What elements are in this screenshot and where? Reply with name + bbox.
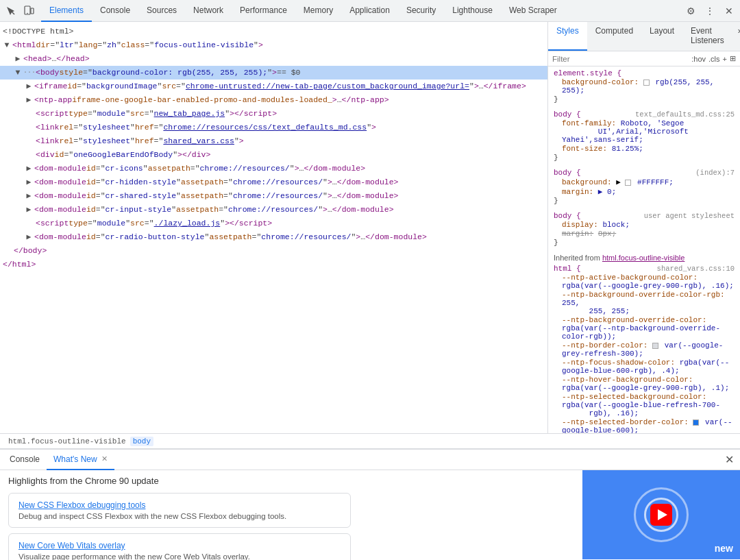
computed-tab[interactable]: Computed bbox=[587, 22, 641, 51]
styles-tabs-bar: Styles Computed Layout Event Listeners » bbox=[548, 22, 740, 51]
dom-module-cr-input-line[interactable]: ▶ <dom-module id="cr-input-style" assetp… bbox=[0, 203, 547, 217]
ntp-toggle[interactable]: ▶ bbox=[25, 96, 33, 104]
device-toggle-button[interactable] bbox=[21, 3, 37, 19]
tab-application[interactable]: Application bbox=[341, 0, 398, 22]
whats-new-panel: Highlights from the Chrome 90 update New… bbox=[0, 470, 582, 560]
video-circle-inner bbox=[644, 498, 678, 532]
ntp-hover-bg-prop: --ntp-hover-background-color: rgba(var(-… bbox=[554, 376, 735, 392]
font-size-prop: font-size: 81.25%; bbox=[554, 145, 735, 153]
filter-layout-badge[interactable]: ⊞ bbox=[730, 54, 736, 63]
filter-hov-badge[interactable]: :hov bbox=[691, 55, 706, 63]
filter-add-badge[interactable]: + bbox=[723, 55, 727, 63]
close-devtools-button[interactable]: ✕ bbox=[721, 3, 737, 19]
dom-module-cr-icons-line[interactable]: ▶ <dom-module id="cr-icons" assetpath="c… bbox=[0, 162, 547, 175]
link-href-shared-vars[interactable]: shared_vars.css bbox=[163, 136, 234, 145]
breadcrumb-bar: html.focus-outline-visible body bbox=[0, 433, 740, 448]
more-tools-button[interactable]: ⋮ bbox=[702, 3, 718, 19]
inherited-from-link[interactable]: html.focus-outline-visible bbox=[602, 254, 684, 262]
ntp-bg-override-rgb-prop: --ntp-background-override-color-rgb: 255… bbox=[554, 291, 735, 315]
dom-module-cr-radio-line[interactable]: ▶ <dom-module id="cr-radio-button-style"… bbox=[0, 230, 547, 244]
link-text-defaults-line[interactable]: <link rel="stylesheet" href="chrome://re… bbox=[0, 121, 547, 134]
dom-hidden-toggle[interactable]: ▶ bbox=[25, 178, 33, 186]
html-toggle[interactable]: ▼ bbox=[3, 41, 11, 49]
ntp-active-bg-prop: --ntp-active-background-color: rgba(var(… bbox=[554, 273, 735, 290]
styles-panel: Styles Computed Layout Event Listeners »… bbox=[548, 22, 740, 433]
display-prop: display: block; bbox=[554, 221, 735, 229]
script-module-line[interactable]: <script type="module" src="new_tab_page.… bbox=[0, 107, 547, 121]
drawer-tab-whats-new[interactable]: What's New ✕ bbox=[47, 450, 114, 470]
news-card-webvitals-link[interactable]: New Core Web Vitals overlay bbox=[18, 541, 341, 550]
tab-elements[interactable]: Elements bbox=[41, 0, 92, 22]
closing-html-line: </html> bbox=[0, 258, 547, 271]
video-panel: new bbox=[582, 470, 740, 560]
ntp-focus-shadow-prop: --ntp-focus-shadow-color: rgba(var(--goo… bbox=[554, 358, 735, 375]
drawer-toolbar: Console What's New ✕ ✕ bbox=[0, 450, 740, 470]
tab-web-scraper[interactable]: Web Scraper bbox=[501, 0, 565, 22]
tab-performance[interactable]: Performance bbox=[232, 0, 295, 22]
styles-filter-input[interactable] bbox=[552, 55, 689, 63]
iframe-toggle[interactable]: ▶ bbox=[25, 82, 33, 90]
play-button[interactable] bbox=[650, 504, 672, 526]
video-circle-outer bbox=[634, 487, 689, 542]
ntp-selected-bg-prop: --ntp-selected-background-color: rgba(va… bbox=[554, 393, 735, 417]
div-onegooglebar-line[interactable]: <div id="oneGoogleBarEndOfBody" ></div> bbox=[0, 148, 547, 162]
background-swatch[interactable] bbox=[625, 180, 631, 186]
tab-network[interactable]: Network bbox=[185, 0, 232, 22]
body-toggle[interactable]: ▼ bbox=[14, 69, 22, 77]
dom-module-cr-shared-line[interactable]: ▶ <dom-module id="cr-shared-style" asset… bbox=[0, 189, 547, 203]
inherited-header: Inherited from html.focus-outline-visibl… bbox=[554, 254, 735, 262]
dom-radio-toggle[interactable]: ▶ bbox=[25, 233, 33, 241]
event-listeners-tab[interactable]: Event Listeners bbox=[682, 22, 732, 51]
html-root-line[interactable]: ▼ <html dir="ltr" lang="zh" class="focus… bbox=[0, 38, 547, 52]
drawer-close-button[interactable]: ✕ bbox=[721, 452, 737, 468]
styles-tab[interactable]: Styles bbox=[548, 22, 587, 51]
iframe-line[interactable]: ▶ <iframe id="backgroundImage" src="chro… bbox=[0, 80, 547, 93]
drawer-content: Highlights from the Chrome 90 update New… bbox=[0, 470, 740, 560]
whats-new-close-icon[interactable]: ✕ bbox=[101, 454, 108, 463]
script-src-link[interactable]: new_tab_page.js bbox=[154, 109, 225, 118]
bg-color-swatch[interactable] bbox=[643, 80, 650, 86]
tab-sources[interactable]: Sources bbox=[138, 0, 185, 22]
head-toggle[interactable]: ▶ bbox=[14, 55, 22, 63]
body-font-rule: body { text_defaults_md.css:25 font-fami… bbox=[554, 110, 735, 162]
layout-tab[interactable]: Layout bbox=[641, 22, 682, 51]
link-shared-vars-line[interactable]: <link rel="stylesheet" href="shared_vars… bbox=[0, 134, 547, 148]
border-color-swatch[interactable] bbox=[652, 343, 658, 349]
html-doctype-line: <!DOCTYPE html> bbox=[0, 25, 547, 38]
video-thumbnail[interactable]: new bbox=[582, 470, 740, 559]
tab-console[interactable]: Console bbox=[92, 0, 138, 22]
ntp-app-line[interactable]: ▶ <ntp-app iframe-one-google-bar-enabled… bbox=[0, 93, 547, 107]
selected-border-swatch[interactable] bbox=[693, 419, 699, 426]
link-href-text-defaults[interactable]: chrome://resources/css/text_defaults_md.… bbox=[163, 123, 367, 132]
main-tabs: Elements Console Sources Network Perform… bbox=[41, 0, 678, 22]
script-lazy-load-line[interactable]: <script type="module" src="./lazy_load.j… bbox=[0, 217, 547, 230]
lazy-load-link[interactable]: ./lazy_load.js bbox=[154, 219, 221, 228]
tab-memory[interactable]: Memory bbox=[295, 0, 341, 22]
tab-security[interactable]: Security bbox=[398, 0, 444, 22]
html-head-line[interactable]: ▶ <head>…</head> bbox=[0, 52, 547, 66]
doctype-text: <!DOCTYPE html> bbox=[3, 25, 74, 38]
dom-input-toggle[interactable]: ▶ bbox=[25, 206, 33, 214]
margin-prop: margin: ▶ 0; bbox=[554, 187, 735, 196]
breadcrumb-item-html[interactable]: html.focus-outline-visible bbox=[5, 437, 129, 446]
news-card-webvitals: New Core Web Vitals overlay Visualize pa… bbox=[8, 533, 351, 560]
toolbar-right-icons: ⚙ ⋮ ✕ bbox=[678, 3, 737, 19]
settings-button[interactable]: ⚙ bbox=[682, 3, 699, 19]
dom-module-cr-hidden-line[interactable]: ▶ <dom-module id="cr-hidden-style" asset… bbox=[0, 175, 547, 189]
breadcrumb-item-body[interactable]: body bbox=[130, 437, 153, 446]
styles-tabs-more[interactable]: » bbox=[732, 22, 740, 51]
inspect-element-button[interactable] bbox=[3, 3, 19, 19]
dom-icons-toggle[interactable]: ▶ bbox=[25, 165, 33, 173]
news-card-flexbox-link[interactable]: New CSS Flexbox debugging tools bbox=[18, 500, 341, 510]
element-style-selector: element.style { bbox=[554, 69, 735, 77]
tab-lighthouse[interactable]: Lighthouse bbox=[444, 0, 501, 22]
svg-rect-1 bbox=[31, 8, 34, 14]
filter-cls-badge[interactable]: .cls bbox=[708, 55, 720, 63]
iframe-src-link[interactable]: chrome-untrusted://new-tab-page/custom_b… bbox=[186, 82, 469, 90]
margin-ua-prop: margin: 8px; bbox=[554, 230, 735, 238]
html-body-line[interactable]: ▼ ··· <body style="background-color: rgb… bbox=[0, 66, 547, 80]
svg-point-2 bbox=[27, 12, 28, 14]
elements-panel[interactable]: <!DOCTYPE html> ▼ <html dir="ltr" lang="… bbox=[0, 22, 548, 433]
dom-shared-toggle[interactable]: ▶ bbox=[25, 192, 33, 200]
drawer-tab-console[interactable]: Console bbox=[3, 450, 47, 470]
